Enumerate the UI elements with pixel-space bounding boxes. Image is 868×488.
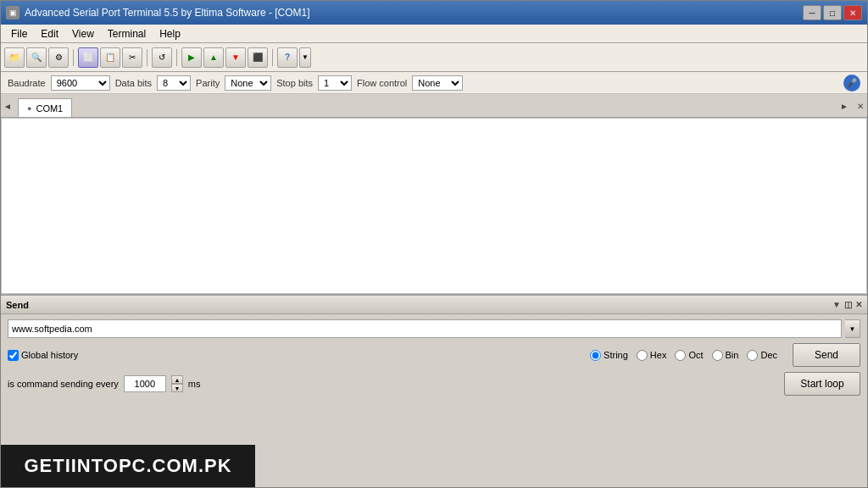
toolbar-connect[interactable]: ▶ [181, 47, 202, 68]
loop-spinner: ▲ ▼ [171, 375, 183, 392]
send-content: ▼ Global history String Hex Oct [1, 314, 867, 401]
parity-select[interactable]: None Even Odd [225, 75, 271, 91]
menu-help[interactable]: Help [153, 26, 187, 42]
stopbits-select[interactable]: 1 2 [318, 75, 352, 91]
menu-edit[interactable]: Edit [34, 26, 65, 42]
toolbar-separator-2 [147, 49, 147, 66]
parity-label: Parity [196, 78, 220, 88]
tab-close[interactable]: ✕ [857, 101, 864, 110]
menu-file[interactable]: File [4, 26, 34, 42]
maximize-button[interactable]: □ [823, 5, 842, 20]
toolbar-down[interactable]: ▼ [225, 47, 246, 68]
loop-spinner-down[interactable]: ▼ [171, 384, 183, 392]
loop-spinner-up[interactable]: ▲ [171, 375, 183, 384]
start-loop-button[interactable]: Start loop [784, 372, 860, 396]
loop-unit: ms [188, 379, 201, 389]
toolbar-zoom[interactable]: 🔍 [26, 47, 47, 68]
loop-input[interactable] [124, 375, 166, 392]
toolbar-separator-3 [176, 49, 177, 66]
flowcontrol-label: Flow control [357, 78, 407, 88]
send-panel-pin[interactable]: ◫ [844, 300, 852, 309]
flowcontrol-select[interactable]: None Hardware [412, 75, 463, 91]
send-options-row: Global history String Hex Oct Bin [8, 343, 860, 367]
global-history-checkbox[interactable] [8, 350, 19, 361]
window-title: Advanced Serial Port Terminal 5.5 by Elt… [25, 7, 310, 19]
send-input-field[interactable] [8, 319, 842, 338]
radio-bin[interactable]: Bin [712, 350, 739, 361]
toolbar-dropdown[interactable]: ▼ [299, 47, 311, 68]
minimize-button[interactable]: ─ [803, 5, 821, 20]
toolbar-copy[interactable]: ⬜ [78, 47, 98, 68]
toolbar-stop[interactable]: ⬛ [248, 47, 268, 68]
databits-label: Data bits [115, 78, 152, 88]
toolbar-help[interactable]: ? [277, 47, 298, 68]
toolbar-separator-1 [73, 49, 74, 66]
radio-oct[interactable]: Oct [675, 350, 703, 361]
tab-port-icon: ● [27, 104, 31, 113]
toolbar-up[interactable]: ▲ [203, 47, 224, 68]
send-panel-title: Send [6, 300, 29, 310]
tab-label: COM1 [36, 103, 63, 114]
toolbar-settings[interactable]: ⚙ [48, 47, 69, 68]
tab-bar: ◄ ● COM1 ► ✕ [1, 94, 867, 118]
settings-bar: Baudrate 9600 115200 Data bits 8 7 Parit… [1, 72, 867, 94]
send-input-row: ▼ [8, 319, 860, 338]
title-bar: ▣ Advanced Serial Port Terminal 5.5 by E… [1, 1, 867, 25]
stopbits-label: Stop bits [276, 78, 313, 88]
tab-com1[interactable]: ● COM1 [18, 98, 72, 117]
radio-dec[interactable]: Dec [747, 350, 777, 361]
radio-string[interactable]: String [590, 350, 628, 361]
terminal-content [1, 118, 867, 296]
global-history-label[interactable]: Global history [8, 350, 78, 361]
watermark-text: GETIINTOPC.COM.PK [24, 455, 231, 477]
send-panel-dropdown[interactable]: ▼ [832, 300, 841, 309]
app-icon: ▣ [6, 6, 19, 19]
baudrate-select[interactable]: 9600 115200 [51, 75, 110, 91]
radio-group: String Hex Oct Bin Dec [590, 350, 777, 361]
databits-select[interactable]: 8 7 [157, 75, 191, 91]
radio-hex[interactable]: Hex [637, 350, 667, 361]
toolbar-new[interactable]: 📁 [4, 47, 25, 68]
baudrate-label: Baudrate [8, 78, 46, 88]
terminal-display[interactable] [1, 118, 867, 294]
loop-label: is command sending every [8, 379, 119, 389]
toolbar-back[interactable]: ↺ [152, 47, 172, 68]
send-button[interactable]: Send [793, 343, 860, 367]
tab-scroll-left[interactable]: ◄ [3, 101, 12, 110]
toolbar-separator-4 [272, 49, 273, 66]
mic-button[interactable]: 🎤 [843, 75, 860, 92]
send-panel-header: Send ▼ ◫ ✕ [1, 296, 867, 314]
send-panel-close[interactable]: ✕ [855, 300, 862, 309]
send-input-dropdown[interactable]: ▼ [845, 319, 860, 338]
menu-terminal[interactable]: Terminal [101, 26, 153, 42]
close-button[interactable]: ✕ [843, 5, 862, 20]
menu-bar: File Edit View Terminal Help [1, 25, 867, 43]
toolbar-cut[interactable]: ✂ [122, 47, 142, 68]
menu-view[interactable]: View [65, 26, 101, 42]
toolbar: 📁 🔍 ⚙ ⬜ 📋 ✂ ↺ ▶ ▲ ▼ ⬛ ? ▼ [1, 43, 867, 72]
toolbar-paste[interactable]: 📋 [100, 47, 120, 68]
loop-row: is command sending every ▲ ▼ ms Start lo… [8, 372, 860, 396]
watermark: GETIINTOPC.COM.PK [1, 445, 255, 487]
tab-scroll-right[interactable]: ► [840, 101, 849, 110]
